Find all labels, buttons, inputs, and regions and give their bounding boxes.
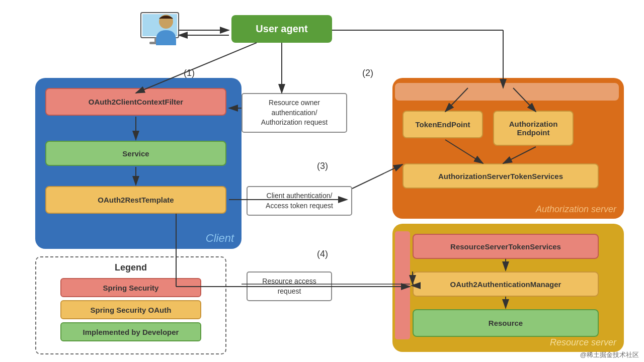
service-box: Service (45, 141, 226, 166)
resource-owner-callout: Resource owner authentication/ Authoriza… (242, 93, 347, 133)
step2-label: (2) (362, 68, 373, 78)
oauth2-client-filter: OAuth2ClientContextFilter (45, 88, 226, 116)
step4-label: (4) (317, 249, 328, 259)
resource-server-label: Resource server (550, 337, 616, 348)
legend-developer: Implemented by Developer (60, 322, 201, 341)
auth-token-services: AuthorizationServerTokenServices (403, 163, 599, 189)
step1-label: (1) (184, 68, 195, 78)
legend-spring-oauth: Spring Security OAuth (60, 300, 201, 319)
diagram-container: User agent Client OAuth2ClientContextFil… (0, 0, 644, 362)
auth-server-label: Authorization server (536, 204, 616, 215)
resource-owner-text: Resource owner authentication/ Authoriza… (261, 99, 328, 126)
resource-sidebar (395, 231, 410, 339)
token-endpoint: TokenEndPoint (403, 111, 483, 138)
client-label: Client (206, 232, 234, 245)
legend-spring-security: Spring Security (60, 278, 201, 297)
resource-box: Resource (413, 309, 599, 337)
auth-server-top-bar (395, 83, 619, 101)
step3-label: (3) (317, 161, 328, 171)
user-agent-label: User agent (256, 23, 307, 35)
user-agent-box: User agent (231, 15, 332, 43)
oauth2-rest-template: OAuth2RestTemplate (45, 186, 226, 214)
client-auth-text: Client authentication/ Access token requ… (266, 192, 333, 210)
legend-box: Legend Spring Security Spring Security O… (35, 256, 226, 354)
resource-token-services: ResourceServerTokenServices (413, 234, 599, 259)
auth-endpoint: Authorization Endpoint (493, 111, 574, 146)
client-auth-callout: Client authentication/ Access token requ… (247, 186, 352, 216)
person-icon (148, 13, 184, 53)
oauth2-auth-manager: OAuth2AuthenticationManager (413, 272, 599, 297)
resource-access-text: Resource access request (262, 277, 316, 295)
legend-title: Legend (41, 262, 220, 273)
resource-access-callout: Resource access request (247, 272, 332, 301)
watermark: @稀土掘金技术社区 (580, 350, 639, 359)
